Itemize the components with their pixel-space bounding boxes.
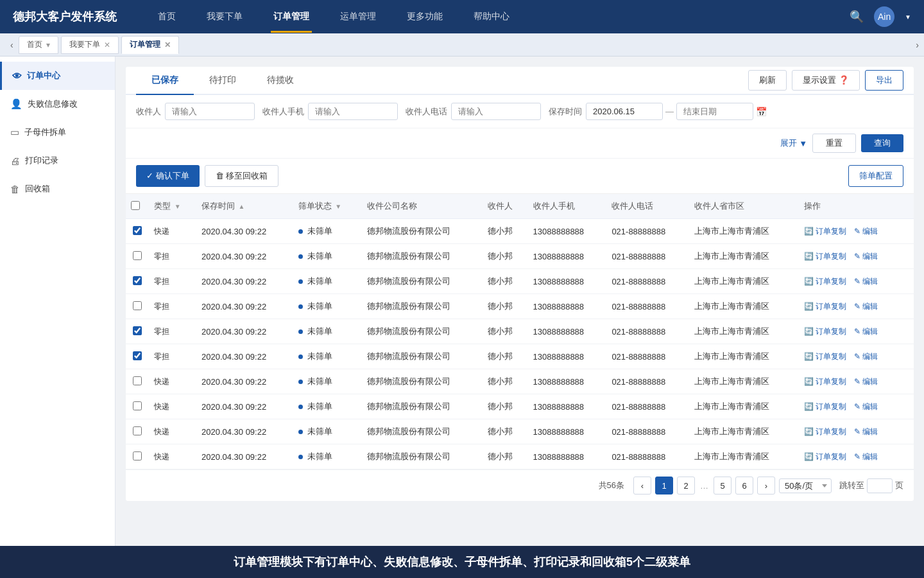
nav-item-home[interactable]: 首页: [155, 11, 178, 22]
edit-order-link[interactable]: ✎ 编辑: [854, 426, 878, 437]
export-button[interactable]: 导出: [865, 70, 903, 91]
action-bar: ✓ 确认下单 🗑 移至回收箱 筛单配置: [126, 159, 914, 194]
refresh-button[interactable]: 刷新: [748, 70, 787, 91]
nav-item-more[interactable]: 更多功能: [404, 11, 445, 22]
tab-home[interactable]: 首页 ▾: [19, 36, 58, 54]
nav-item-waybill[interactable]: 运单管理: [338, 11, 379, 22]
tab-home-close[interactable]: ▾: [46, 41, 50, 49]
sidebar-item-print[interactable]: 🖨 打印记录: [0, 146, 115, 175]
tab-prev-arrow[interactable]: ‹: [5, 40, 19, 50]
row-checkbox[interactable]: [133, 376, 142, 385]
sub-tab-pickup[interactable]: 待揽收: [252, 67, 309, 95]
edit-order-link[interactable]: ✎ 编辑: [854, 251, 878, 262]
sidebar-item-trash[interactable]: 🗑 回收箱: [0, 175, 115, 203]
edit-order-link[interactable]: ✎ 编辑: [854, 326, 878, 337]
row-tel: 021-88888888: [606, 344, 689, 369]
copy-order-link[interactable]: 🔄 订单复制: [804, 376, 846, 387]
col-tel: 收件人电话: [606, 194, 689, 219]
phone-label: 收件人手机: [262, 106, 304, 118]
type-filter-icon[interactable]: ▼: [175, 203, 181, 210]
row-receiver: 德小邦: [483, 269, 528, 294]
row-checkbox-cell: [126, 319, 149, 344]
search-button[interactable]: 查询: [861, 134, 903, 152]
edit-order-link[interactable]: ✎ 编辑: [854, 451, 878, 462]
sub-tab-print[interactable]: 待打印: [194, 67, 252, 95]
copy-order-link[interactable]: 🔄 订单复制: [804, 251, 846, 262]
sidebar-item-order-center[interactable]: 👁 订单中心: [0, 62, 115, 90]
row-phone: 13088888888: [528, 369, 607, 394]
filter-config-button[interactable]: 筛单配置: [848, 165, 903, 187]
col-filterstatus: 筛单状态 ▼: [293, 194, 362, 219]
row-checkbox[interactable]: [133, 401, 142, 410]
page-next-button[interactable]: ›: [757, 477, 775, 495]
move-to-trash-button[interactable]: 🗑 移至回收箱: [205, 165, 279, 187]
per-page-select[interactable]: 50条/页 20条/页 100条/页: [779, 478, 832, 493]
date-end-input[interactable]: [676, 103, 753, 120]
copy-order-link[interactable]: 🔄 订单复制: [804, 401, 846, 412]
expand-button[interactable]: 展开 ▼: [780, 137, 807, 149]
sidebar-item-fail-info[interactable]: 👤 失败信息修改: [0, 90, 115, 118]
copy-order-link[interactable]: 🔄 订单复制: [804, 326, 846, 337]
receiver-label: 收件人: [136, 106, 161, 118]
row-checkbox[interactable]: [133, 451, 142, 460]
row-checkbox[interactable]: [133, 351, 142, 360]
filter-group-phone: 收件人手机: [262, 103, 398, 120]
nav-item-order[interactable]: 我要下单: [204, 11, 245, 22]
copy-order-link[interactable]: 🔄 订单复制: [804, 351, 846, 362]
phone-input[interactable]: [308, 103, 398, 120]
date-start-input[interactable]: [586, 103, 663, 120]
filterstatus-filter-icon[interactable]: ▼: [335, 203, 341, 210]
nav-item-help[interactable]: 帮助中心: [471, 11, 512, 22]
tel-input[interactable]: [451, 103, 541, 120]
tab-place-order[interactable]: 我要下单 ✕: [61, 36, 119, 54]
tab-place-order-close[interactable]: ✕: [104, 41, 110, 49]
select-all-checkbox[interactable]: [131, 201, 140, 210]
copy-order-link[interactable]: 🔄 订单复制: [804, 301, 846, 312]
receiver-input[interactable]: [165, 103, 255, 120]
copy-order-link[interactable]: 🔄 订单复制: [804, 276, 846, 287]
copy-order-link[interactable]: 🔄 订单复制: [804, 426, 846, 437]
row-checkbox[interactable]: [133, 251, 142, 260]
row-checkbox[interactable]: [133, 226, 142, 235]
calendar-icon[interactable]: 📅: [756, 107, 767, 117]
jump-input[interactable]: [867, 478, 893, 493]
nav-item-manage[interactable]: 订单管理: [271, 11, 312, 22]
col-company: 收件公司名称: [362, 194, 483, 219]
row-tel: 021-88888888: [606, 269, 689, 294]
user-dropdown-icon[interactable]: ▼: [905, 13, 911, 21]
page-total: 共56条: [599, 480, 624, 491]
sub-tab-saved[interactable]: 已保存: [136, 67, 194, 95]
edit-order-link[interactable]: ✎ 编辑: [854, 401, 878, 412]
page-5-button[interactable]: 5: [714, 477, 732, 495]
expand-icon: ▼: [799, 139, 807, 148]
page-prev-button[interactable]: ‹: [633, 477, 651, 495]
tab-order-manage[interactable]: 订单管理 ✕: [121, 36, 179, 54]
row-tel: 021-88888888: [606, 369, 689, 394]
page-1-button[interactable]: 1: [655, 477, 673, 495]
row-type: 快递: [149, 394, 196, 419]
page-2-button[interactable]: 2: [677, 477, 695, 495]
row-checkbox[interactable]: [133, 276, 142, 285]
tab-order-manage-close[interactable]: ✕: [164, 41, 171, 49]
row-checkbox[interactable]: [133, 326, 142, 335]
edit-order-link[interactable]: ✎ 编辑: [854, 351, 878, 362]
edit-order-link[interactable]: ✎ 编辑: [854, 276, 878, 287]
row-checkbox[interactable]: [133, 426, 142, 435]
reset-button[interactable]: 重置: [812, 134, 856, 153]
edit-order-link[interactable]: ✎ 编辑: [854, 376, 878, 387]
row-receiver: 德小邦: [483, 294, 528, 319]
copy-order-link[interactable]: 🔄 订单复制: [804, 226, 846, 237]
savetime-sort-icon[interactable]: ▲: [239, 203, 245, 210]
edit-order-link[interactable]: ✎ 编辑: [854, 226, 878, 237]
row-actions: 🔄 订单复制 ✎ 编辑: [799, 344, 914, 369]
page-6-button[interactable]: 6: [735, 477, 753, 495]
confirm-order-button[interactable]: ✓ 确认下单: [136, 165, 200, 187]
tab-next-arrow[interactable]: ›: [916, 40, 919, 50]
avatar[interactable]: Ain: [874, 6, 894, 27]
edit-order-link[interactable]: ✎ 编辑: [854, 301, 878, 312]
copy-order-link[interactable]: 🔄 订单复制: [804, 451, 846, 462]
display-settings-button[interactable]: 显示设置 ❓: [792, 70, 860, 91]
sidebar-item-split[interactable]: ▭ 子母件拆单: [0, 118, 115, 146]
row-checkbox[interactable]: [133, 301, 142, 310]
search-icon[interactable]: 🔍: [850, 10, 864, 24]
